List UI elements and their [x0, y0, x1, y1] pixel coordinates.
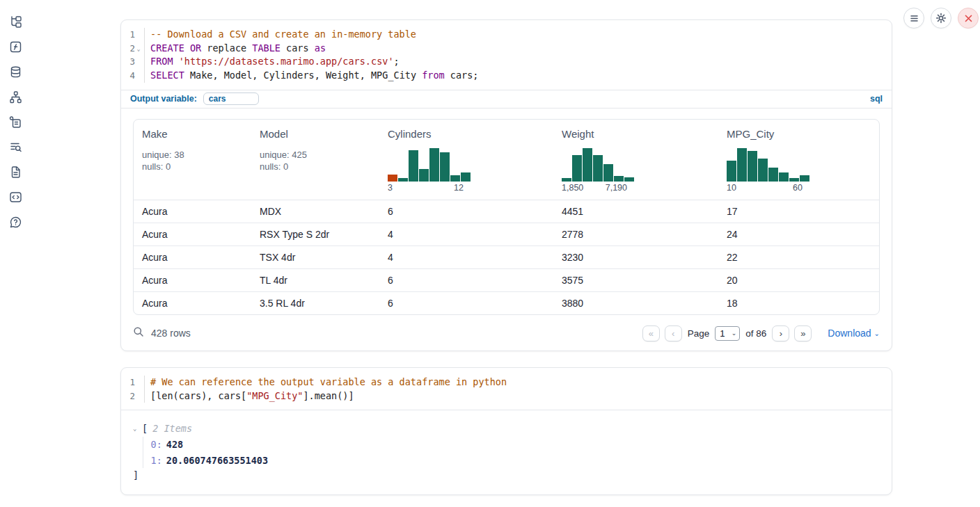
scratchpad-icon[interactable]: [8, 140, 23, 154]
table-cell: 4: [379, 252, 553, 263]
code-line: 3FROM 'https://datasets.marimo.app/cars.…: [121, 55, 892, 69]
code-text: CREATE OR replace TABLE cars as: [150, 42, 326, 56]
table-cell: Acura: [134, 206, 251, 217]
download-label: Download: [828, 328, 871, 339]
file-explorer-icon[interactable]: [8, 15, 23, 29]
axis-max-label: 60: [793, 183, 803, 193]
next-page-button[interactable]: ›: [772, 325, 789, 341]
sql-cell: 1-- Download a CSV and create an in-memo…: [120, 19, 892, 351]
code-line: 1# We can reference the output variable …: [121, 376, 892, 389]
table-cell: 22: [718, 252, 879, 263]
histogram-bar: [461, 172, 471, 182]
snippets-icon[interactable]: [8, 191, 23, 204]
code-text: # We can reference the output variable a…: [150, 376, 507, 389]
prev-page-button[interactable]: ‹: [665, 325, 682, 341]
table-cell: TL 4dr: [251, 275, 379, 286]
column-header[interactable]: Makeunique: 38nulls: 0: [134, 120, 251, 193]
histogram-bar: [440, 152, 450, 182]
table-row[interactable]: AcuraTSX 4dr4323022: [134, 246, 879, 268]
line-number: 4: [129, 69, 135, 83]
column-header[interactable]: Weight1,8507,190: [553, 120, 718, 193]
first-page-button[interactable]: «: [642, 325, 660, 341]
shutdown-button[interactable]: [958, 8, 979, 29]
python-code-editor[interactable]: 1# We can reference the output variable …: [121, 368, 892, 410]
dependency-graph-icon[interactable]: [8, 90, 23, 104]
row-count: 428 rows: [151, 328, 191, 339]
search-icon[interactable]: [133, 326, 144, 340]
close-icon: [964, 14, 973, 23]
table-cell: Acura: [134, 229, 251, 240]
column-header[interactable]: Modelunique: 425nulls: 0: [251, 120, 379, 193]
column-header[interactable]: MPG_City1060: [718, 120, 879, 193]
axis-min-label: 1,850: [562, 183, 583, 193]
pagination: « ‹ Page 1 ⌄ of 86 › » Download ⌄: [642, 325, 880, 341]
histogram-bar: [429, 148, 439, 182]
histogram-bar: [737, 148, 747, 182]
table-row[interactable]: AcuraMDX6445117: [134, 200, 879, 223]
column-stats: unique: 425nulls: 0: [260, 149, 379, 172]
gutter-divider: [144, 42, 150, 56]
axis-max-label: 12: [454, 183, 464, 193]
sql-code-editor[interactable]: 1-- Download a CSV and create an in-memo…: [121, 20, 892, 90]
column-header[interactable]: Cylinders312: [379, 120, 553, 193]
table-cell: 6: [379, 298, 553, 309]
page-select[interactable]: 1 ⌄: [715, 326, 740, 341]
table-row[interactable]: AcuraTL 4dr6357520: [134, 268, 879, 291]
axis-min-label: 10: [727, 183, 736, 193]
table-cell: 2778: [553, 229, 718, 240]
fold-chevron-icon[interactable]: ⌄: [135, 45, 142, 52]
help-icon[interactable]: [8, 216, 23, 229]
last-page-button[interactable]: »: [794, 325, 812, 341]
sidebar: [0, 0, 31, 507]
table-cell: 6: [379, 206, 553, 217]
entry-value: 428: [166, 439, 183, 450]
histogram-bar: [624, 177, 634, 182]
download-button[interactable]: Download ⌄: [828, 328, 880, 339]
code-line: 2[len(cars), cars["MPG_City"].mean()]: [121, 389, 892, 403]
histogram-bar: [614, 176, 624, 182]
code-text: FROM 'https://datasets.marimo.app/cars.c…: [150, 55, 400, 69]
table-row[interactable]: Acura3.5 RL 4dr6388018: [134, 291, 879, 314]
output-variable-input[interactable]: [203, 92, 259, 105]
gutter-divider: [144, 69, 150, 83]
histogram-bar: [758, 159, 768, 182]
language-badge[interactable]: sql: [870, 94, 883, 104]
code-line: 1-- Download a CSV and create an in-memo…: [121, 28, 892, 42]
data-table: Makeunique: 38nulls: 0Modelunique: 425nu…: [133, 119, 880, 315]
datasources-icon[interactable]: [8, 65, 23, 79]
column-histogram: 312: [388, 147, 471, 193]
column-name: Model: [260, 128, 379, 140]
code-line: 4SELECT Make, Model, Cylinders, Weight, …: [121, 69, 892, 83]
histogram-bar: [789, 178, 799, 182]
histogram-bar: [779, 172, 789, 182]
tree-collapse-icon[interactable]: ⌄: [133, 425, 142, 432]
histogram-bar: [800, 175, 809, 182]
code-text: [len(cars), cars["MPG_City"].mean()]: [150, 389, 354, 403]
histogram-bar: [593, 155, 603, 182]
line-number: 3: [129, 55, 135, 69]
tree-entry: 0:428: [151, 437, 892, 453]
notebook-menu-button[interactable]: [903, 8, 924, 29]
logs-icon[interactable]: [8, 115, 23, 129]
table-cell: Acura: [134, 275, 251, 286]
histogram-bar: [409, 150, 418, 182]
table-cell: 6: [379, 275, 553, 286]
column-name: MPG_City: [727, 128, 879, 140]
documentation-icon[interactable]: [8, 166, 23, 179]
variables-icon[interactable]: [8, 40, 23, 54]
table-cell: Acura: [134, 298, 251, 309]
gutter-divider: [144, 389, 150, 403]
table-body: AcuraMDX6445117AcuraRSX Type S 2dr427782…: [134, 200, 879, 314]
column-stats: unique: 38nulls: 0: [142, 149, 251, 172]
axis-max-label: 7,190: [606, 183, 627, 193]
histogram-bar: [419, 169, 429, 182]
tree-entries: 0:4281:20.060747663551403: [143, 437, 892, 468]
column-histogram: 1060: [727, 147, 809, 193]
hamburger-icon: [909, 13, 919, 24]
table-row[interactable]: AcuraRSX Type S 2dr4277824: [134, 223, 879, 246]
items-count: 2 Items: [152, 423, 192, 434]
settings-button[interactable]: [931, 8, 951, 29]
histogram-bar: [603, 164, 613, 182]
table-cell: RSX Type S 2dr: [251, 229, 379, 240]
gutter-divider: [144, 28, 150, 42]
